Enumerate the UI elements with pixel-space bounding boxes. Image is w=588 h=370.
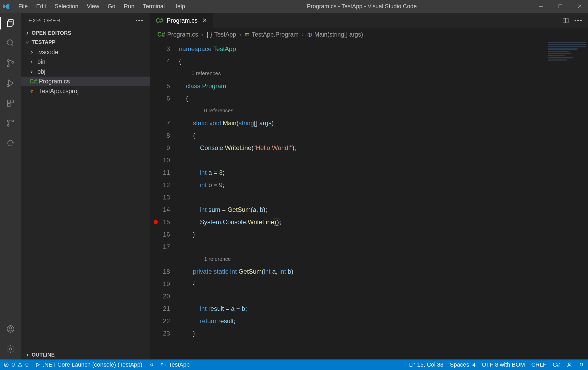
line-number[interactable]: 13 <box>150 191 179 203</box>
line-number[interactable]: 8 <box>150 129 179 142</box>
status-eol[interactable]: CRLF <box>531 361 546 368</box>
line-number[interactable]: 7 <box>150 117 179 129</box>
editor-more-icon[interactable]: ••• <box>574 17 583 24</box>
line-number[interactable]: 19 <box>150 278 179 290</box>
menu-selection[interactable]: Selection <box>51 2 82 11</box>
line-number[interactable]: 23 <box>150 327 179 339</box>
code-line[interactable]: } <box>179 327 588 339</box>
project-section[interactable]: TESTAPP <box>21 38 150 47</box>
folder-obj[interactable]: obj <box>21 67 150 77</box>
outline-section[interactable]: OUTLINE <box>21 350 150 359</box>
line-number[interactable]: 6 <box>150 92 179 104</box>
menu-run[interactable]: Run <box>120 2 138 11</box>
close-tab-icon[interactable]: ✕ <box>202 17 207 24</box>
settings-gear-icon[interactable] <box>4 343 17 355</box>
status-feedback-icon[interactable] <box>566 362 572 368</box>
account-icon[interactable] <box>4 323 17 335</box>
codelens-references[interactable]: 1 reference <box>179 253 588 265</box>
status-encoding[interactable]: UTF-8 with BOM <box>482 361 525 368</box>
status-cursor-pos[interactable]: Ln 15, Col 38 <box>409 361 444 368</box>
status-language[interactable]: C# <box>553 361 560 368</box>
status-folder[interactable]: TestApp <box>160 361 190 368</box>
code-line[interactable]: int result = a + b; <box>179 302 588 315</box>
run-debug-icon[interactable] <box>4 77 17 89</box>
code-area[interactable]: 34 56 7891011121314151617 181920212223 n… <box>150 41 588 359</box>
svg-point-8 <box>7 60 9 62</box>
status-launch-config[interactable]: .NET Core Launch (console) (TestApp) <box>35 361 143 368</box>
maximize-button[interactable] <box>554 2 566 11</box>
line-number[interactable]: 4 <box>150 55 179 67</box>
minimize-button[interactable] <box>535 2 547 11</box>
line-number[interactable]: 10 <box>150 154 179 166</box>
line-number[interactable]: 9 <box>150 142 179 154</box>
close-button[interactable] <box>574 2 586 11</box>
menu-view[interactable]: View <box>83 2 103 11</box>
code-line[interactable]: return result; <box>179 315 588 327</box>
line-number[interactable]: 17 <box>150 241 179 253</box>
source-control-icon[interactable] <box>4 57 17 69</box>
line-number[interactable]: 11 <box>150 166 179 179</box>
code-line[interactable]: static void Main(string[] args) <box>179 117 588 129</box>
breadcrumb-item[interactable]: { }TestApp <box>207 31 236 38</box>
status-problems[interactable]: 0 0 <box>4 361 29 368</box>
line-number[interactable]: 15 <box>150 216 179 228</box>
line-number[interactable]: 20 <box>150 290 179 302</box>
menu-help[interactable]: Help <box>169 2 189 11</box>
file-Program.cs[interactable]: C#Program.cs <box>21 77 150 86</box>
breadcrumb-item[interactable]: TestApp.Program <box>244 31 299 38</box>
code-line[interactable] <box>179 241 588 253</box>
status-indent[interactable]: Spaces: 4 <box>450 361 476 368</box>
code-line[interactable]: { <box>179 92 588 104</box>
code-line[interactable]: private static int GetSum(int a, int b) <box>179 265 588 278</box>
open-editors-section[interactable]: OPEN EDITORS <box>21 28 150 38</box>
menu-file[interactable]: File <box>15 2 31 11</box>
folder-bin[interactable]: bin <box>21 57 150 67</box>
line-number[interactable]: 22 <box>150 315 179 327</box>
code-line[interactable]: class Program <box>179 80 588 92</box>
breadcrumb-item[interactable]: Main(string[] args) <box>307 31 363 38</box>
line-number[interactable]: 14 <box>150 203 179 216</box>
code-line[interactable]: { <box>179 278 588 290</box>
line-number[interactable]: 21 <box>150 302 179 315</box>
line-number[interactable]: 12 <box>150 179 179 191</box>
code-line[interactable]: Console.WriteLine("Hello World!"); <box>179 142 588 154</box>
code-line[interactable]: int sum = GetSum(a, b); <box>179 203 588 216</box>
svg-point-21 <box>9 348 12 350</box>
code-line[interactable] <box>179 290 588 302</box>
breakpoint-icon[interactable] <box>154 220 158 224</box>
explorer-icon[interactable] <box>0 17 21 29</box>
extensions-icon[interactable] <box>4 97 17 109</box>
code-line[interactable]: { <box>179 129 588 142</box>
menu-edit[interactable]: Edit <box>32 2 50 11</box>
search-icon[interactable] <box>4 37 17 49</box>
folder-.vscode[interactable]: .vscode <box>21 47 150 57</box>
status-flame-icon[interactable] <box>149 362 154 368</box>
line-number[interactable]: 18 <box>150 265 179 278</box>
line-number[interactable]: 5 <box>150 80 179 92</box>
file-TestApp.csproj[interactable]: TestApp.csproj <box>21 86 150 96</box>
code-line[interactable]: { <box>179 55 588 67</box>
split-editor-icon[interactable] <box>562 17 569 24</box>
folder-label: .vscode <box>37 49 58 56</box>
codelens-references[interactable]: 0 references <box>179 104 588 117</box>
code-line[interactable]: int b = 9; <box>179 179 588 191</box>
breadcrumb-item[interactable]: C#Program.cs <box>157 31 198 38</box>
git-graph-icon[interactable] <box>4 117 17 129</box>
minimap[interactable] <box>546 41 588 88</box>
line-number[interactable]: 16 <box>150 228 179 241</box>
code-text[interactable]: namespace TestApp{0 references class Pro… <box>179 41 588 359</box>
line-number[interactable]: 3 <box>150 43 179 55</box>
menu-go[interactable]: Go <box>104 2 119 11</box>
code-line[interactable] <box>179 191 588 203</box>
menu-terminal[interactable]: Terminal <box>139 2 168 11</box>
codelens-references[interactable]: 0 references <box>179 67 588 80</box>
code-line[interactable]: System.Console.WriteLine(); <box>179 216 588 228</box>
code-line[interactable]: int a = 3; <box>179 166 588 179</box>
tab-program-cs[interactable]: C# Program.cs ✕ <box>150 13 213 28</box>
more-icon[interactable]: ••• <box>135 17 144 24</box>
status-bell-icon[interactable] <box>579 362 584 368</box>
code-line[interactable] <box>179 154 588 166</box>
code-line[interactable]: namespace TestApp <box>179 43 588 55</box>
code-line[interactable]: } <box>179 228 588 241</box>
sync-icon[interactable] <box>4 137 17 149</box>
